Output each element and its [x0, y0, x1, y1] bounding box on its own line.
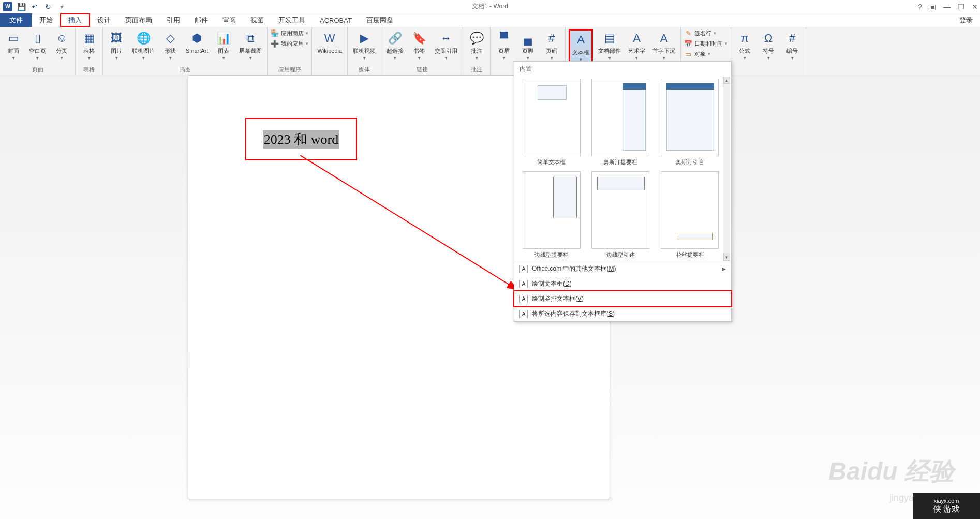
- chevron-down-icon: ▾: [306, 31, 308, 36]
- wikipedia-button[interactable]: WWikipedia: [315, 29, 344, 55]
- table-button[interactable]: ▦表格▾: [79, 29, 99, 62]
- screenshot-button[interactable]: ⧉屏幕截图▾: [237, 29, 264, 62]
- redo-icon[interactable]: ↻: [43, 2, 53, 11]
- textbox-thumb[interactable]: 奥斯汀提要栏: [589, 79, 653, 166]
- tab-baidu[interactable]: 百度网盘: [359, 13, 400, 27]
- bookmark-label: 书签: [413, 48, 425, 54]
- textbox-thumb[interactable]: 边线型提要栏: [519, 171, 584, 259]
- text-box-label: 文本框: [572, 49, 589, 56]
- blank-page-button[interactable]: ▯空白页▾: [27, 29, 48, 62]
- tab-home[interactable]: 开始: [32, 13, 60, 27]
- quick-parts-button[interactable]: ▤文档部件▾: [596, 29, 623, 62]
- save-icon[interactable]: 💾: [17, 2, 26, 11]
- draw-textbox-menuitem[interactable]: A绘制文本框(D): [514, 276, 731, 291]
- symbol-button[interactable]: Ω符号▾: [758, 29, 779, 62]
- thumb-label: 边线型提要栏: [534, 251, 569, 259]
- undo-icon[interactable]: ↶: [30, 2, 39, 11]
- document-area: 2023 和 word: [0, 75, 980, 519]
- chevron-down-icon: ▾: [142, 55, 145, 61]
- blank-page-label: 空白页: [29, 48, 46, 54]
- number-button[interactable]: #编号▾: [782, 29, 803, 62]
- chevron-down-icon: ▾: [12, 55, 15, 61]
- tab-references[interactable]: 引用: [159, 13, 187, 27]
- minimize-icon[interactable]: —: [943, 3, 951, 11]
- object-button[interactable]: ▭对象 ▾: [684, 50, 727, 58]
- thumb-preview: [523, 79, 581, 156]
- tab-layout[interactable]: 页面布局: [118, 13, 159, 27]
- online-pictures-button[interactable]: 🌐联机图片▾: [130, 29, 157, 62]
- footer-label: 页脚: [522, 48, 533, 54]
- textbox-thumb[interactable]: 花丝提要栏: [658, 171, 722, 259]
- save-to-gallery-menuitem[interactable]: A将所选内容保存到文本框库(S): [514, 306, 731, 321]
- wordart-button[interactable]: A艺术字▾: [626, 29, 647, 62]
- chevron-down-icon: ▾: [115, 55, 118, 61]
- equation-button[interactable]: π公式▾: [734, 29, 755, 62]
- document-text[interactable]: 2023 和 word: [263, 130, 339, 149]
- restore-icon[interactable]: ❐: [958, 3, 964, 11]
- tab-mailings[interactable]: 邮件: [187, 13, 215, 27]
- office-more-menuitem[interactable]: AOffice.com 中的其他文本框(M)▶: [514, 261, 731, 276]
- textbox-thumb[interactable]: 边线型引述: [589, 171, 653, 259]
- close-icon[interactable]: ✕: [972, 3, 978, 11]
- thumb-preview: [661, 79, 719, 156]
- text-box-button[interactable]: A文本框▾: [569, 29, 593, 65]
- pictures-button[interactable]: 🖼图片▾: [106, 29, 127, 62]
- tab-review[interactable]: 审阅: [215, 13, 243, 27]
- page-break-button[interactable]: ⎊分页▾: [51, 29, 72, 62]
- chart-button[interactable]: 📊图表▾: [213, 29, 234, 62]
- wordart-icon: A: [629, 30, 645, 47]
- scroll-down-icon[interactable]: ▼: [723, 254, 730, 261]
- menu-bar: 文件 开始 插入 设计 页面布局 引用 邮件 审阅 视图 开发工具 ACROBA…: [0, 13, 980, 27]
- tab-design[interactable]: 设计: [90, 13, 118, 27]
- dropdown-section-label: 内置: [514, 62, 731, 77]
- footer-button[interactable]: ▄页脚▾: [517, 29, 538, 62]
- blank-page-icon: ▯: [29, 30, 46, 47]
- group-label: [315, 72, 344, 73]
- page-number-label: 页码: [546, 48, 557, 54]
- textbox-thumb[interactable]: 简单文本框: [519, 79, 584, 166]
- chevron-down-icon: ▾: [527, 55, 529, 61]
- tab-developer[interactable]: 开发工具: [271, 13, 313, 27]
- draw-vertical-textbox-menuitem[interactable]: A绘制竖排文本框(V): [513, 290, 732, 307]
- chevron-down-icon: ▾: [767, 55, 770, 61]
- tab-insert[interactable]: 插入: [60, 13, 90, 27]
- login-link[interactable]: 登录: [952, 13, 980, 27]
- shapes-button[interactable]: ◇形状▾: [160, 29, 181, 62]
- thumb-label: 花丝提要栏: [676, 251, 704, 259]
- smartart-button[interactable]: ⬢SmartArt: [184, 29, 210, 55]
- ribbon-group: 🏪应用商店 ▾➕我的应用 ▾应用程序: [268, 27, 312, 75]
- online-pictures-icon: 🌐: [135, 30, 152, 47]
- date-time-button[interactable]: 📅日期和时间 ▾: [684, 39, 727, 48]
- chevron-down-icon: ▾: [635, 55, 638, 61]
- bookmark-button[interactable]: 🔖书签▾: [409, 29, 429, 62]
- drop-cap-button[interactable]: A首字下沉▾: [650, 29, 677, 62]
- header-button[interactable]: ▀页眉▾: [494, 29, 514, 62]
- scroll-up-icon[interactable]: ▲: [723, 77, 730, 84]
- ribbon-display-icon[interactable]: ▣: [929, 3, 936, 11]
- selected-text-highlight: 2023 和 word: [245, 118, 357, 160]
- textbox-thumb[interactable]: 奥斯汀引言: [658, 79, 722, 166]
- signature-button[interactable]: ✎签名行 ▾: [684, 29, 727, 37]
- cross-reference-button[interactable]: ↔交叉引用▾: [433, 29, 459, 62]
- store-button[interactable]: 🏪应用商店 ▾: [271, 29, 308, 37]
- ribbon-group: ▭封面▾▯空白页▾⎊分页▾页面: [0, 27, 76, 75]
- my-apps-label: 我的应用: [281, 40, 304, 48]
- online-video-button[interactable]: ▶联机视频▾: [351, 29, 378, 62]
- qat-customize-icon[interactable]: ▾: [57, 2, 66, 11]
- tab-view[interactable]: 视图: [243, 13, 271, 27]
- my-apps-button[interactable]: ➕我的应用 ▾: [271, 39, 308, 48]
- help-icon[interactable]: ?: [918, 3, 922, 11]
- cover-page-button[interactable]: ▭封面▾: [3, 29, 24, 62]
- table-label: 表格: [83, 48, 95, 54]
- gallery-scrollbar[interactable]: ▲ ▼: [723, 77, 730, 261]
- comment-icon: 💬: [468, 30, 485, 47]
- thumb-label: 简单文本框: [537, 158, 566, 166]
- group-label: 页面: [3, 65, 72, 73]
- tab-acrobat[interactable]: ACROBAT: [313, 13, 359, 27]
- hyperlink-button[interactable]: 🔗超链接▾: [384, 29, 406, 62]
- page-number-button[interactable]: #页码▾: [541, 29, 562, 62]
- comment-button[interactable]: 💬批注▾: [466, 29, 487, 62]
- tab-file[interactable]: 文件: [0, 13, 32, 27]
- group-label: 批注: [466, 65, 487, 73]
- office-more-icon: A: [519, 265, 528, 273]
